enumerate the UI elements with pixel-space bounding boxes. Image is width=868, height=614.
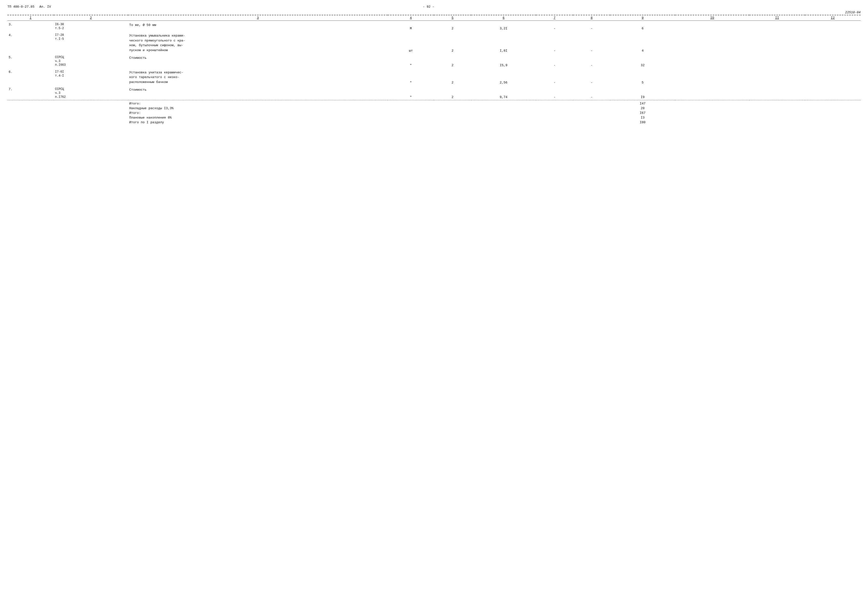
table-row: 6.I7-6Iт.4-IУстановка унитаза керамичес-… — [8, 68, 860, 86]
summary-row: Накладные расходы I3,3%20 — [8, 106, 860, 111]
page-number: - 92 - — [423, 5, 434, 9]
column-headers: I 2 3 4 5 6 7 8 9 IO II I2 — [8, 15, 860, 21]
col-header-8: 8 — [573, 15, 610, 21]
col-header-3: 3 — [128, 15, 387, 21]
col-header-1: I — [8, 15, 54, 21]
col-header-7: 7 — [536, 15, 573, 21]
doc-number: 22510·04 — [845, 11, 860, 14]
col-header-9: 9 — [610, 15, 675, 21]
table-row: 4.I7-28т.I-5Установка умывальника керами… — [8, 31, 860, 54]
col-header-6: 6 — [471, 15, 536, 21]
main-table: I 2 3 4 5 6 7 8 9 IO II I2 3.I6-30т.5-2Т… — [8, 15, 860, 125]
table-row: 7.ССРСЦч.3п.I762Стоимость"29,74--I9 — [8, 85, 860, 100]
appendix-label: Ап. IV — [39, 5, 51, 9]
summary-row: Плановые накопления 8%I3 — [8, 115, 860, 120]
col-header-4: 4 — [387, 15, 434, 21]
col-header-12: I2 — [805, 15, 860, 21]
page-header: ТП 400-0-27.85 Ап. IV - 92 - — [8, 5, 860, 9]
col-header-5: 5 — [434, 15, 471, 21]
col-header-10: IO — [675, 15, 749, 21]
col-header-2: 2 — [54, 15, 128, 21]
table-row: 5.ССРСЦч.3п.I663Стоимость"2I5,9--32 — [8, 54, 860, 68]
table-row: 3.I6-30т.5-2То же, Ø 50 ммМ23,2I--6 — [8, 21, 860, 32]
summary-row: Итого по I разделуI80 — [8, 120, 860, 125]
summary-row: Итого:I67 — [8, 111, 860, 115]
summary-row: Итого:I47 — [8, 101, 860, 106]
template-number: ТП 400-0-27.85 — [8, 5, 34, 9]
col-header-11: II — [749, 15, 805, 21]
